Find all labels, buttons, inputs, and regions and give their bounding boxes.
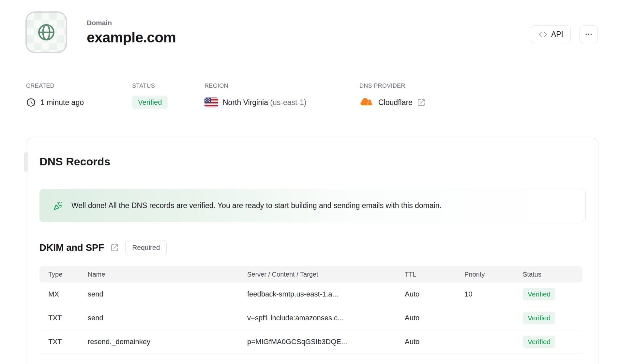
status-label: STATUS — [132, 83, 204, 89]
record-type: MX — [48, 290, 88, 298]
table-header-row: Type Name Server / Content / Target TTL … — [39, 266, 582, 282]
table-row: TXT resend._domainkey p=MIGfMA0GCSqGSIb3… — [39, 330, 582, 354]
domain-detail-page: Domain example.com API CREATED 1 minute … — [0, 0, 634, 364]
record-priority: 10 — [464, 290, 523, 298]
record-status-badge: Verified — [523, 288, 555, 300]
status-badge: Verified — [132, 96, 168, 109]
dns-records-table: Type Name Server / Content / Target TTL … — [39, 266, 582, 354]
record-content[interactable]: p=MIGfMA0GCSqGSIb3DQE... — [247, 338, 405, 346]
domain-meta: CREATED 1 minute ago STATUS Verified REG… — [26, 83, 425, 110]
record-content[interactable]: feedback-smtp.us-east-1.a... — [247, 290, 405, 298]
table-row: TXT send v=spf1 include:amazonses.c... A… — [39, 306, 582, 330]
col-status: Status — [523, 271, 582, 278]
code-icon — [538, 30, 547, 39]
record-type: TXT — [48, 314, 88, 322]
dns-records-card: DNS Records Well done! All the DNS recor… — [26, 138, 598, 364]
record-status-badge: Verified — [523, 336, 555, 348]
record-name: send — [88, 290, 247, 298]
created-label: CREATED — [26, 83, 132, 89]
record-ttl: Auto — [405, 338, 464, 346]
domain-avatar — [25, 11, 67, 53]
ellipsis-icon — [584, 30, 593, 38]
dns-records-title: DNS Records — [39, 155, 110, 168]
globe-icon — [36, 22, 57, 43]
verified-banner: Well done! All the DNS records are verif… — [39, 189, 586, 222]
record-status-badge: Verified — [523, 312, 555, 324]
section-anchor-notch — [24, 152, 28, 172]
external-link-icon[interactable] — [111, 244, 119, 252]
col-content: Server / Content / Target — [247, 271, 405, 278]
region-value: North Virginia — [223, 98, 268, 107]
col-name: Name — [88, 271, 247, 278]
clock-icon — [26, 98, 36, 107]
record-name: resend._domainkey — [88, 338, 247, 346]
api-button[interactable]: API — [531, 25, 571, 43]
col-ttl: TTL — [405, 271, 464, 278]
region-code: (us-east-1) — [270, 98, 306, 107]
record-type: TXT — [48, 338, 88, 346]
table-row: MX send feedback-smtp.us-east-1.a... Aut… — [39, 282, 582, 306]
api-button-label: API — [551, 30, 563, 39]
record-content[interactable]: v=spf1 include:amazonses.c... — [247, 314, 405, 322]
party-popper-icon — [53, 200, 64, 211]
record-ttl: Auto — [405, 290, 464, 298]
record-ttl: Auto — [405, 314, 464, 322]
required-badge: Required — [125, 240, 167, 255]
us-flag-icon — [204, 98, 218, 107]
page-title: example.com — [87, 29, 176, 46]
external-link-icon[interactable] — [417, 99, 425, 107]
region-label: REGION — [204, 83, 359, 89]
created-value: 1 minute ago — [40, 98, 84, 107]
verified-banner-text: Well done! All the DNS records are verif… — [71, 201, 442, 210]
col-type: Type — [48, 271, 88, 278]
dns-provider-label: DNS PROVIDER — [359, 83, 425, 89]
dkim-spf-title: DKIM and SPF — [39, 242, 104, 253]
more-button[interactable] — [580, 25, 598, 43]
page-kicker: Domain — [87, 19, 176, 27]
record-name: send — [88, 314, 247, 322]
dns-provider-value: Cloudflare — [378, 98, 413, 107]
col-priority: Priority — [464, 271, 523, 278]
cloudflare-icon — [359, 98, 374, 107]
